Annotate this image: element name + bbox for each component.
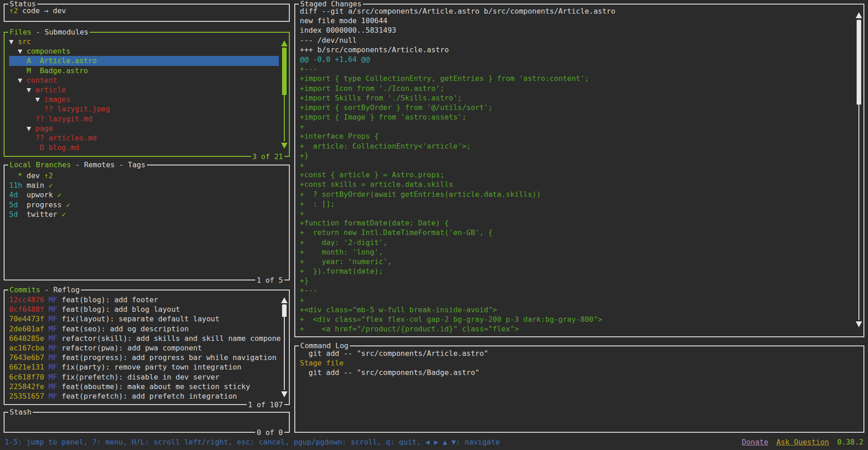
file-tree: ▼ src ▼ components A Article.astro M Bad… xyxy=(5,33,289,156)
file-row[interactable]: ?? lazygit.jpeg xyxy=(9,104,279,114)
diff-scrollbar[interactable] xyxy=(855,5,863,336)
diff-line[interactable]: + year: 'numeric', xyxy=(300,257,853,266)
commit-row[interactable]: 6640285e MF refactor(skill): add skills … xyxy=(9,334,279,343)
version-label: 0.38.2 xyxy=(837,437,863,449)
scroll-down-icon[interactable] xyxy=(856,321,862,327)
file-row[interactable]: ▼ content xyxy=(9,75,279,85)
diff-line[interactable]: +import { sortByOrder } from '@/utils/so… xyxy=(300,103,853,112)
file-row[interactable]: ?? lazygit.md xyxy=(9,114,279,124)
branch-row[interactable]: 4d upwork ✓ xyxy=(9,190,279,200)
diff-line[interactable]: + }).format(date); xyxy=(300,266,853,276)
diff-line[interactable]: + xyxy=(300,160,853,170)
diff-line[interactable]: + <div class="flex flex-col gap-2 bg-gra… xyxy=(300,315,853,324)
statusbar-links: Donate Ask Question 0.38.2 xyxy=(742,437,863,449)
files-count: 3 of 21 xyxy=(251,152,284,161)
diff-line[interactable]: + month: 'long', xyxy=(300,247,853,257)
scroll-down-icon[interactable] xyxy=(281,143,288,149)
diff-line[interactable]: + <a href="/product/{product.id}" class=… xyxy=(300,324,853,334)
diff-line[interactable]: + article: CollectionEntry<'article'>; xyxy=(300,141,853,151)
file-row[interactable]: ▼ images xyxy=(9,95,279,104)
scrollbar-thumb[interactable] xyxy=(282,305,287,317)
diff-line[interactable]: +import { Image } from 'astro:assets'; xyxy=(300,112,853,122)
commit-row[interactable]: 2de601af MF feat(seo): add og descriptio… xyxy=(9,324,279,334)
branch-row[interactable]: * dev ↑2 xyxy=(9,171,279,180)
keybindings-help: 1-5: jump to panel, ?: menu, H/L: scroll… xyxy=(5,437,500,449)
diff-line[interactable]: + xyxy=(300,295,853,305)
scrollbar-thumb[interactable] xyxy=(857,20,861,105)
donate-link[interactable]: Donate xyxy=(742,437,768,449)
diff-line[interactable]: + : []; xyxy=(300,199,853,209)
scroll-up-icon[interactable] xyxy=(856,12,862,18)
status-line[interactable]: ↑2 code → dev xyxy=(9,6,279,15)
file-row[interactable]: ▼ page xyxy=(9,124,279,133)
diff-line[interactable]: + return new Intl.DateTimeFormat('en-GB'… xyxy=(300,228,853,237)
status-panel[interactable]: Status ↑2 code → dev xyxy=(4,4,290,22)
commit-row[interactable]: 0cf6488f MF feat(blog): add blog layout xyxy=(9,305,279,314)
diff-line[interactable]: diff --git a/src/components/Article.astr… xyxy=(300,6,853,16)
file-row[interactable]: ?? articles.md xyxy=(9,133,279,143)
diff-line[interactable]: +} xyxy=(300,276,853,285)
file-row[interactable]: ▼ components xyxy=(9,46,279,56)
scrollbar-track[interactable] xyxy=(284,304,285,390)
diff-line[interactable]: +import Skills from './Skills.astro'; xyxy=(300,93,853,103)
diff-line[interactable]: +} xyxy=(300,151,853,160)
diff-line[interactable]: +import { type CollectionEntry, getEntri… xyxy=(300,74,853,83)
scroll-up-icon[interactable] xyxy=(281,297,288,303)
commits-count: 1 of 107 xyxy=(247,400,284,410)
files-panel[interactable]: Files - Submodules ▼ src ▼ components A … xyxy=(4,32,290,157)
diff-line[interactable]: + ? sortByOrder(await getEntries(article… xyxy=(300,190,853,199)
branch-list: * dev ↑211h main ✓4d upwork ✓5d progress… xyxy=(5,165,289,280)
branch-row[interactable]: 5d twitter ✓ xyxy=(9,210,279,219)
diff-line[interactable]: +--- xyxy=(300,285,853,295)
files-scrollbar[interactable] xyxy=(281,33,288,156)
commit-row[interactable]: 7643e6b7 MF feat(progress): add progress… xyxy=(9,353,279,362)
diff-line[interactable]: --- /dev/null xyxy=(300,35,853,45)
commit-row[interactable]: 6c618f70 MF fix(prefetch): disable in de… xyxy=(9,372,279,382)
branch-row[interactable]: 11h main ✓ xyxy=(9,180,279,190)
file-row[interactable]: D blog.md xyxy=(9,143,279,152)
command-log-panel[interactable]: Command Log git add -- "src/components/A… xyxy=(294,345,864,433)
log-line: git add -- "src/components/Badge.astro" xyxy=(300,368,853,377)
diff-line[interactable]: + xyxy=(300,209,853,218)
diff-line[interactable]: +--- xyxy=(300,64,853,74)
keybindings-bar: 1-5: jump to panel, ?: menu, H/L: scroll… xyxy=(0,437,868,449)
diff-line[interactable]: +const skills = article.data.skills xyxy=(300,180,853,189)
commit-row[interactable]: 70e4473f MF fix(layout): separate defaul… xyxy=(9,314,279,324)
file-row[interactable]: M Badge.astro xyxy=(9,66,279,75)
scrollbar-thumb[interactable] xyxy=(282,48,287,95)
scroll-up-icon[interactable] xyxy=(281,40,288,46)
ask-question-link[interactable]: Ask Question xyxy=(777,437,829,449)
commit-row[interactable]: 6621e131 MF fix(party): remove party tow… xyxy=(9,362,279,372)
stash-count: 0 of 0 xyxy=(255,428,284,437)
status-summary: ↑2 code → dev xyxy=(5,5,289,21)
diff-line[interactable]: +const { article } = Astro.props; xyxy=(300,170,853,180)
branch-row[interactable]: 5d progress ✓ xyxy=(9,200,279,210)
commits-panel[interactable]: Commits - Reflog 12cc4876 MF feat(blog):… xyxy=(4,290,290,405)
scroll-down-icon[interactable] xyxy=(281,391,288,397)
stash-list xyxy=(5,413,289,432)
commit-row[interactable]: ac167cba MF refactor(pwa): add pwa compo… xyxy=(9,343,279,353)
stash-panel[interactable]: Stash 0 of 0 xyxy=(4,412,290,433)
file-row[interactable]: ▼ src xyxy=(9,37,279,46)
commit-list: 12cc4876 MF feat(blog): add footer0cf648… xyxy=(5,290,289,404)
diff-line[interactable]: @@ -0,0 +1,64 @@ xyxy=(300,55,853,64)
diff-line[interactable]: + day: '2-digit', xyxy=(300,238,853,247)
branches-panel[interactable]: Local Branches - Remotes - Tags * dev ↑2… xyxy=(4,165,290,280)
diff-line[interactable]: +function formatDate(date: Date) { xyxy=(300,218,853,228)
staged-changes-panel[interactable]: Staged Changes diff --git a/src/componen… xyxy=(294,4,864,337)
file-row[interactable]: A Article.astro xyxy=(9,56,279,65)
commit-row[interactable]: 12cc4876 MF feat(blog): add footer xyxy=(9,295,279,305)
diff-line[interactable]: +interface Props { xyxy=(300,131,853,141)
diff-line[interactable]: index 0000000..5831493 xyxy=(300,25,853,35)
commits-scrollbar[interactable] xyxy=(281,290,288,404)
diff-line[interactable]: + xyxy=(300,122,853,131)
commit-row[interactable]: 25351657 MF feat(prefetch): add prefetch… xyxy=(9,391,279,401)
diff-line[interactable]: +import Icon from './Icon.astro'; xyxy=(300,84,853,93)
diff-line[interactable]: new file mode 100644 xyxy=(300,16,853,25)
diff-line[interactable]: +<div class="mb-5 w-full break-inside-av… xyxy=(300,305,853,315)
log-line: git add -- "src/components/Article.astro… xyxy=(300,349,853,358)
commit-row[interactable]: 225842fe MF feat(aboutme): make about me… xyxy=(9,382,279,391)
file-row[interactable]: ▼ article xyxy=(9,85,279,95)
diff-line[interactable]: +++ b/src/components/Article.astro xyxy=(300,45,853,55)
diff-view: diff --git a/src/components/Article.astr… xyxy=(295,5,863,336)
